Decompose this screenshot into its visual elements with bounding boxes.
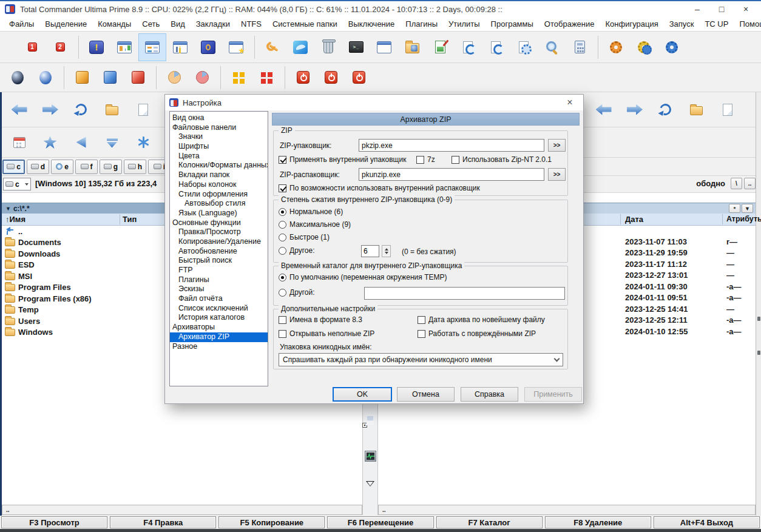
column-header-attributes[interactable]: Атрибуты [726, 215, 761, 223]
radio-icon[interactable] [279, 221, 286, 229]
apply-button[interactable]: Применить [524, 387, 582, 402]
compression-level-stepper[interactable] [361, 245, 391, 257]
step-down-icon[interactable] [385, 252, 388, 256]
checkbox-icon[interactable] [418, 316, 425, 324]
menu-item[interactable]: Плагины [400, 18, 443, 30]
menu-item[interactable]: Программы [485, 18, 539, 30]
drive-select-combo[interactable]: c [3, 178, 31, 190]
function-key-button[interactable]: F5 Копирование [218, 516, 325, 528]
settings-tree-item[interactable]: Список исключений [170, 304, 268, 314]
menu-item[interactable]: Команды [92, 18, 137, 30]
checkbox-checked-icon[interactable] [279, 184, 286, 192]
settings-tree-item[interactable]: Наборы колонок [170, 180, 268, 190]
settings-tree-item[interactable]: Колонки/Форматы данных [170, 161, 268, 170]
names-83-checkbox[interactable]: Имена в формате 8.3 [279, 315, 362, 324]
column-divider[interactable] [120, 214, 120, 224]
checkbox-checked-icon[interactable] [279, 156, 286, 164]
settings-tree-item[interactable]: Архиватор ZIP [170, 332, 268, 342]
maximize-button[interactable]: □ [714, 4, 729, 14]
column-header-name[interactable]: ↑Имя [5, 215, 25, 224]
zip-unpacker-browse-button[interactable]: >> [548, 168, 566, 181]
settings-tree-item[interactable]: Основные функции [170, 218, 268, 228]
menu-item[interactable]: Выключение [343, 18, 401, 30]
floppy-dropdown-icon[interactable]: ▾ [362, 423, 367, 428]
radio-fast[interactable]: Быстрое (1) [279, 233, 330, 241]
radio-selected-icon[interactable] [279, 274, 286, 281]
step-up-icon[interactable] [385, 246, 388, 251]
radio-temp-default[interactable]: По умолчанию (переменная окружения TEMP) [279, 273, 447, 281]
zip-unpacker-input[interactable] [359, 168, 544, 181]
column-divider[interactable] [722, 214, 723, 224]
menu-item[interactable]: Вид [165, 18, 191, 30]
settings-tree-item[interactable]: Разное [170, 342, 268, 352]
radio-icon[interactable] [279, 234, 286, 241]
unicode-pack-select[interactable]: Спрашивать каждый раз при обнаружении юн… [279, 353, 563, 366]
zip-packer-input[interactable] [359, 139, 544, 152]
checkbox-icon[interactable] [279, 316, 286, 324]
function-key-button[interactable]: F3 Просмотр [1, 516, 107, 528]
column-divider[interactable] [620, 214, 621, 224]
settings-tree-item[interactable]: Архиваторы [170, 323, 268, 332]
menu-item[interactable]: Утилиты [443, 18, 485, 30]
menu-item[interactable]: Конфигурация [600, 18, 664, 30]
function-key-button[interactable]: F8 Удаление [545, 516, 651, 528]
menu-item-right[interactable]: TC UP [699, 18, 734, 30]
open-partial-checkbox[interactable]: Открывать неполные ZIP [279, 329, 374, 338]
stepper-buttons[interactable] [382, 245, 391, 257]
settings-tree-item[interactable]: Вид окна [170, 113, 268, 123]
settings-tree-item[interactable]: Цвета [170, 152, 268, 161]
drive-button[interactable]: c [2, 160, 25, 174]
function-key-button[interactable]: F4 Правка [110, 516, 216, 528]
settings-tree-item[interactable]: Язык (Language) [170, 209, 268, 218]
column-header-type[interactable]: Тип [123, 215, 137, 224]
checkbox-icon[interactable] [279, 330, 286, 338]
drive-button[interactable]: d [27, 160, 49, 174]
settings-tree-item[interactable]: Шрифты [170, 142, 268, 152]
settings-tree-item[interactable]: Вкладки папок [170, 170, 268, 180]
settings-tree-item[interactable]: Файл отчёта [170, 294, 268, 304]
drive-button[interactable]: f [75, 160, 98, 174]
7z-checkbox[interactable]: 7z [416, 155, 435, 164]
settings-tree-item[interactable]: Стили оформления [170, 190, 268, 200]
menu-item[interactable]: Закладки [191, 18, 235, 30]
settings-tree-item[interactable]: Быстрый поиск [170, 256, 268, 266]
settings-tree-item[interactable]: История каталогов [170, 313, 268, 323]
damaged-zip-checkbox[interactable]: Работать с повреждёнными ZIP [418, 329, 536, 338]
temp-dir-input[interactable] [364, 287, 565, 300]
close-button[interactable]: × [738, 4, 754, 14]
checkbox-icon[interactable] [416, 156, 424, 164]
expand-down-icon[interactable] [366, 481, 374, 501]
settings-tree-item[interactable]: Копирование/Удаление [170, 237, 268, 247]
settings-tree-item[interactable]: Значки [170, 132, 268, 142]
checkbox-icon[interactable] [452, 156, 459, 164]
compression-level-input[interactable] [361, 245, 379, 257]
menu-item[interactable]: Системные папки [267, 18, 343, 30]
cancel-button[interactable]: Отмена [397, 387, 455, 402]
internal-unpacker-checkbox[interactable]: По возможности использовать внутренний р… [279, 184, 480, 192]
radio-other[interactable]: Другое: [279, 246, 314, 255]
settings-tree-item[interactable]: Автообновление [170, 247, 268, 257]
column-header-date[interactable]: Дата [625, 215, 643, 224]
filter-star-button[interactable]: * [729, 204, 740, 213]
menu-item[interactable]: Отображение [539, 18, 600, 30]
archive-date-checkbox[interactable]: Дата архива по новейшему файлу [418, 315, 545, 324]
ok-button[interactable]: OK [333, 387, 392, 402]
activity-monitor-icon[interactable] [365, 451, 376, 462]
parent-dir-button[interactable]: .. [744, 178, 756, 189]
radio-icon[interactable] [279, 289, 286, 297]
function-key-button[interactable]: Alt+F4 Выход [654, 516, 760, 528]
radio-temp-other[interactable]: Другой: [279, 288, 315, 297]
radio-selected-icon[interactable] [279, 208, 286, 216]
dialog-close-button[interactable]: × [561, 97, 579, 108]
right-scroll-strip[interactable] [756, 92, 761, 516]
drive-button[interactable]: e [51, 160, 73, 174]
tab-dropdown-button[interactable]: ▼ [742, 204, 753, 213]
menu-item-right[interactable]: Помощь [734, 18, 761, 30]
help-button[interactable]: Справка [461, 387, 518, 402]
settings-tree-item[interactable]: Файловые панели [170, 123, 268, 133]
function-key-button[interactable]: F6 Перемещение [327, 516, 433, 528]
drive-button[interactable]: g [100, 160, 122, 174]
root-dir-button[interactable]: \ [731, 178, 742, 189]
settings-tree-item[interactable]: Эскизы [170, 285, 268, 294]
zip-packer-browse-button[interactable]: >> [548, 139, 566, 152]
